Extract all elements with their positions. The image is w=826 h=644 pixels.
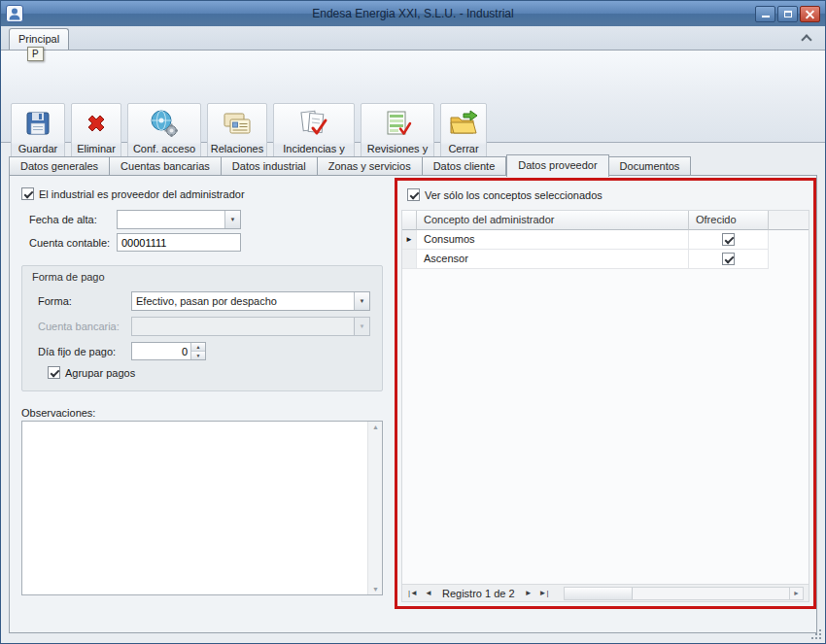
grid-navigator: |◄ ◄ Registro 1 de 2 ► ►| ► bbox=[402, 584, 809, 601]
spin-up-icon[interactable]: ▲ bbox=[191, 343, 205, 351]
close-button[interactable] bbox=[800, 6, 820, 22]
chevron-down-icon[interactable]: ▼ bbox=[224, 211, 240, 228]
scroll-right-icon[interactable]: ► bbox=[789, 588, 803, 599]
ofrecido-checkbox[interactable] bbox=[722, 253, 735, 265]
tab-datos-proveedor[interactable]: Datos proveedor bbox=[506, 154, 608, 177]
spin-down-icon[interactable]: ▼ bbox=[191, 351, 205, 359]
ribbon-collapse-button[interactable] bbox=[798, 30, 815, 46]
row-indicator-icon: ► bbox=[402, 230, 417, 250]
page-tabstrip: Datos generales Cuentas bancarias Datos … bbox=[9, 154, 691, 176]
button-label: Conf. acceso bbox=[133, 143, 195, 154]
revisions-list-icon bbox=[382, 108, 413, 139]
nav-prev-button[interactable]: ◄ bbox=[421, 586, 436, 601]
button-label: Revisiones y bbox=[367, 143, 428, 154]
cell-concepto[interactable]: Ascensor bbox=[417, 250, 689, 269]
ofrecido-checkbox[interactable] bbox=[722, 233, 735, 246]
web-service-icon bbox=[149, 108, 180, 139]
forma-value: Efectivo, pasan por despacho bbox=[132, 292, 354, 310]
checkbox-box bbox=[48, 366, 60, 379]
agrupar-pagos-checkbox[interactable]: Agrupar pagos bbox=[48, 366, 135, 379]
forma-combo[interactable]: Efectivo, pasan por despacho ▼ bbox=[131, 291, 370, 311]
tab-content-panel: El industrial es proveedor del administr… bbox=[9, 175, 817, 633]
cell-ofrecido[interactable] bbox=[689, 230, 769, 250]
dia-fijo-input[interactable] bbox=[132, 343, 190, 359]
fecha-alta-combo[interactable]: ▼ bbox=[117, 210, 241, 229]
cell-ofrecido[interactable] bbox=[689, 250, 769, 269]
record-counter: Registro 1 de 2 bbox=[442, 586, 515, 601]
nav-first-button[interactable]: |◄ bbox=[405, 586, 421, 601]
close-folder-icon bbox=[448, 108, 479, 139]
ribbon-tab-row bbox=[1, 26, 825, 50]
dia-fijo-label: Día fijo de pago: bbox=[38, 346, 116, 357]
resize-grip[interactable] bbox=[809, 627, 822, 640]
cuenta-contable-label: Cuenta contable: bbox=[29, 237, 110, 249]
minimize-button[interactable] bbox=[755, 6, 775, 22]
vertical-scrollbar[interactable]: ▲ ▼ bbox=[367, 422, 382, 594]
ribbon-body: Guardar y cerrar Eliminar bbox=[1, 50, 825, 143]
row-indicator-header bbox=[402, 211, 417, 230]
tab-cuentas-bancarias[interactable]: Cuentas bancarias bbox=[110, 156, 222, 176]
table-row[interactable]: ► Consumos bbox=[402, 230, 809, 250]
row-filler bbox=[769, 230, 809, 250]
button-label: Relaciones bbox=[211, 143, 263, 154]
user-app-icon[interactable] bbox=[6, 5, 23, 22]
forma-pago-title: Forma de pago bbox=[32, 271, 105, 283]
header-filler bbox=[769, 211, 809, 230]
tab-datos-cliente[interactable]: Datos cliente bbox=[423, 156, 507, 176]
nav-next-button[interactable]: ► bbox=[521, 586, 536, 601]
row-indicator-empty bbox=[402, 250, 417, 269]
horizontal-scrollbar[interactable]: ► bbox=[564, 587, 804, 600]
grid-header: Concepto del administrador Ofrecido bbox=[402, 211, 809, 230]
agrupar-pagos-label: Agrupar pagos bbox=[65, 367, 135, 379]
titlebar: Endesa Energia XXI, S.L.U. - Industrial bbox=[1, 1, 825, 26]
cuenta-bancaria-value bbox=[132, 318, 354, 335]
table-row[interactable]: Ascensor bbox=[402, 250, 809, 269]
checkbox-box bbox=[407, 188, 420, 201]
conceptos-grid: Concepto del administrador Ofrecido ► Co… bbox=[401, 210, 809, 602]
ver-solo-label: Ver sólo los conceptos seleccionados bbox=[425, 189, 602, 201]
chevron-down-icon[interactable]: ▼ bbox=[354, 292, 369, 310]
window-title: Endesa Energia XXI, S.L.U. - Industrial bbox=[1, 7, 825, 20]
restore-icon bbox=[784, 11, 792, 17]
chevron-down-icon: ▼ bbox=[354, 318, 369, 335]
checkbox-box bbox=[21, 187, 34, 200]
provider-checkbox[interactable]: El industrial es proveedor del administr… bbox=[21, 187, 245, 200]
column-header-ofrecido[interactable]: Ofrecido bbox=[689, 211, 769, 230]
button-label: Cerrar bbox=[448, 143, 478, 154]
restore-button[interactable] bbox=[777, 6, 798, 22]
provider-checkbox-label: El industrial es proveedor del administr… bbox=[39, 188, 245, 200]
scroll-up-icon[interactable]: ▲ bbox=[368, 424, 383, 430]
delete-icon bbox=[81, 108, 112, 139]
incidents-check-icon bbox=[298, 108, 329, 139]
dia-fijo-spinner: ▲ ▼ bbox=[131, 342, 206, 360]
cuenta-bancaria-label: Cuenta bancaria: bbox=[38, 321, 120, 332]
observaciones-field: ▲ ▼ bbox=[21, 421, 383, 595]
keytip-badge: P bbox=[27, 47, 44, 61]
fecha-alta-label: Fecha de alta: bbox=[29, 214, 97, 225]
nav-last-button[interactable]: ►| bbox=[536, 586, 552, 601]
button-label: Incidencias y bbox=[283, 143, 345, 154]
annotation-red-rectangle: Ver sólo los conceptos seleccionados Con… bbox=[395, 178, 816, 609]
minimize-icon bbox=[762, 16, 770, 17]
forma-pago-groupbox: Forma de pago Forma: Efectivo, pasan por… bbox=[21, 265, 383, 391]
cell-concepto[interactable]: Consumos bbox=[417, 230, 689, 250]
button-label: Eliminar bbox=[77, 143, 116, 154]
observaciones-input[interactable] bbox=[22, 422, 367, 594]
observaciones-label: Observaciones: bbox=[21, 407, 95, 419]
tab-zonas-servicios[interactable]: Zonas y servicios bbox=[318, 156, 423, 176]
app-window: Endesa Energia XXI, S.L.U. - Industrial … bbox=[0, 0, 826, 644]
forma-label: Forma: bbox=[38, 295, 72, 307]
tab-datos-generales[interactable]: Datos generales bbox=[9, 156, 110, 176]
tab-datos-industrial[interactable]: Datos industrial bbox=[222, 156, 318, 176]
cuenta-bancaria-combo: ▼ bbox=[131, 317, 370, 336]
button-label: Guardar bbox=[18, 143, 57, 154]
ver-solo-checkbox[interactable]: Ver sólo los conceptos seleccionados bbox=[407, 188, 602, 201]
scrollbar-thumb[interactable] bbox=[565, 588, 633, 599]
column-header-concepto[interactable]: Concepto del administrador bbox=[417, 211, 689, 230]
fecha-alta-value bbox=[118, 211, 224, 228]
save-icon bbox=[22, 108, 53, 139]
relations-cards-icon bbox=[222, 108, 253, 139]
cuenta-contable-input[interactable] bbox=[117, 233, 241, 252]
scroll-down-icon[interactable]: ▼ bbox=[368, 586, 383, 593]
tab-documentos[interactable]: Documentos bbox=[609, 156, 692, 176]
